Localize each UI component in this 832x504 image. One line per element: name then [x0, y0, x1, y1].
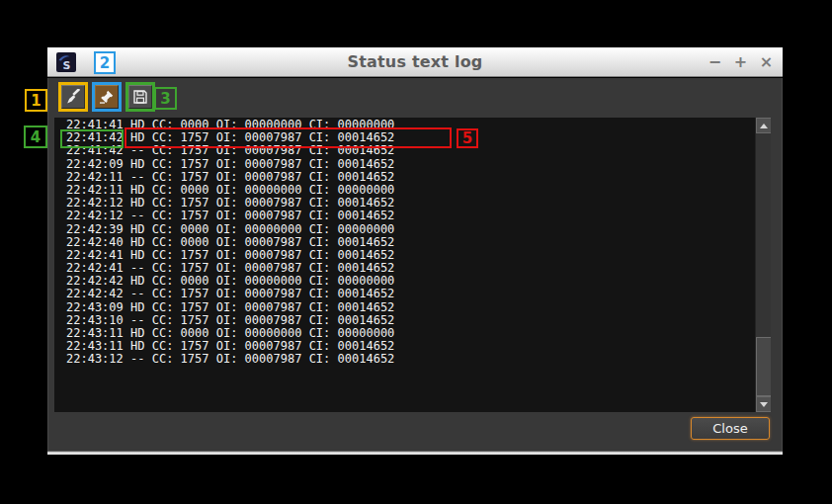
arrow-up-icon	[760, 124, 768, 128]
window-controls: − + ×	[707, 47, 775, 76]
log-timestamp: 22:43:11	[66, 326, 124, 340]
log-body: -- CC: 1757 OI: 00007987 CI: 00014652	[124, 261, 395, 275]
arrow-down-icon	[760, 402, 768, 407]
log-timestamp: 22:42:11	[66, 183, 124, 197]
log-body: -- CC: 1757 OI: 00007987 CI: 00014652	[124, 170, 395, 184]
log-body: HD CC: 1757 OI: 00007987 CI: 00014652	[124, 130, 395, 144]
log-timestamp: 22:42:40	[66, 235, 124, 249]
highlight-box-clear-button	[58, 82, 88, 112]
toolbar	[58, 82, 155, 112]
log-text: 22:41:41 HD CC: 0000 OI: 00000000 CI: 00…	[54, 118, 771, 367]
log-timestamp: 22:41:42	[66, 130, 124, 144]
window-title: Status text log	[47, 47, 783, 76]
log-body: HD CC: 1757 OI: 00007987 CI: 00014652	[124, 157, 395, 171]
log-body: HD CC: 1757 OI: 00007987 CI: 00014652	[124, 339, 395, 353]
save-log-button[interactable]	[128, 85, 152, 109]
log-timestamp: 22:42:39	[66, 222, 124, 236]
log-timestamp: 22:42:41	[66, 248, 124, 262]
log-body: HD CC: 1757 OI: 00007987 CI: 00014652	[124, 248, 395, 262]
log-timestamp: 22:41:41	[66, 118, 124, 131]
log-body: HD CC: 0000 OI: 00000000 CI: 00000000	[124, 118, 395, 131]
log-line: 22:43:12 -- CC: 1757 OI: 00007987 CI: 00…	[66, 353, 771, 366]
log-timestamp: 22:42:11	[66, 170, 124, 184]
log-body: -- CC: 1757 OI: 00007987 CI: 00014652	[124, 313, 395, 327]
minimize-button[interactable]: −	[707, 47, 723, 76]
log-timestamp: 22:43:09	[66, 300, 124, 314]
close-window-button[interactable]: ×	[758, 47, 775, 76]
close-button[interactable]: Close	[691, 417, 770, 440]
log-body: HD CC: 0000 OI: 00007987 CI: 00014652	[124, 235, 395, 249]
save-icon	[132, 89, 148, 105]
log-timestamp: 22:42:41	[66, 261, 124, 275]
log-body: -- CC: 1757 OI: 00007987 CI: 00014652	[124, 352, 395, 366]
log-timestamp: 22:43:11	[66, 339, 124, 353]
log-body: -- CC: 1757 OI: 00007987 CI: 00014652	[124, 287, 395, 300]
maximize-button[interactable]: +	[732, 47, 749, 76]
log-body: HD CC: 0000 OI: 00000000 CI: 00000000	[124, 326, 395, 340]
scroll-down-button[interactable]	[756, 396, 771, 412]
clear-log-button[interactable]	[61, 85, 85, 109]
window-bottom-resize-edge	[47, 451, 783, 455]
pushpin-icon	[99, 89, 115, 105]
pin-log-button[interactable]	[95, 85, 119, 109]
log-timestamp: 22:42:12	[66, 196, 124, 210]
log-body: HD CC: 1757 OI: 00007987 CI: 00014652	[124, 300, 395, 314]
log-body: HD CC: 0000 OI: 00000000 CI: 00000000	[124, 222, 395, 236]
log-body: HD CC: 1757 OI: 00007987 CI: 00014652	[124, 196, 395, 210]
log-timestamp: 22:42:09	[66, 157, 124, 171]
log-timestamp: 22:42:42	[66, 274, 124, 288]
log-body: -- CC: 1757 OI: 00007987 CI: 00014652	[124, 209, 395, 222]
log-timestamp: 22:42:42	[66, 287, 124, 300]
log-body: -- CC: 1757 OI: 00007987 CI: 00014652	[124, 143, 395, 157]
log-timestamp: 22:42:12	[66, 209, 124, 222]
brush-icon	[65, 89, 81, 105]
highlight-box-save-button	[125, 82, 155, 112]
window-body: 22:41:41 HD CC: 0000 OI: 00000000 CI: 00…	[47, 78, 783, 451]
log-body: HD CC: 0000 OI: 00000000 CI: 00000000	[124, 183, 395, 197]
annotation-badge-4: 4	[24, 126, 47, 148]
log-area[interactable]: 22:41:41 HD CC: 0000 OI: 00000000 CI: 00…	[54, 118, 771, 412]
log-body: HD CC: 0000 OI: 00000000 CI: 00000000	[124, 274, 395, 288]
scrollbar-thumb[interactable]	[756, 337, 771, 396]
log-timestamp: 22:43:10	[66, 313, 124, 327]
scroll-up-button[interactable]	[756, 118, 771, 133]
status-text-log-window: S Status text log − + ×	[47, 47, 783, 455]
log-timestamp: 22:43:12	[66, 352, 124, 366]
titlebar[interactable]: S Status text log − + ×	[47, 47, 783, 77]
highlight-box-pin-button	[92, 82, 122, 112]
log-timestamp: 22:41:42	[66, 143, 124, 157]
annotation-badge-1: 1	[25, 89, 47, 112]
vertical-scrollbar[interactable]	[755, 118, 771, 412]
